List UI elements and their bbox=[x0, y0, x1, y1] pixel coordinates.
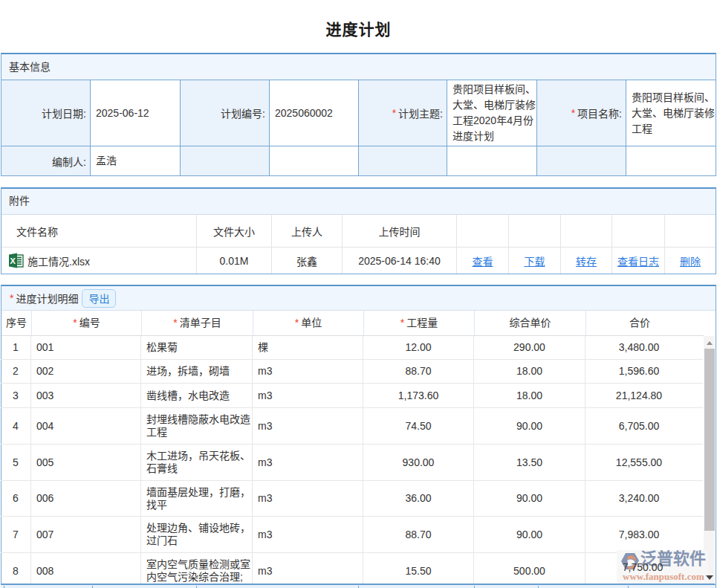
svg-text:X: X bbox=[10, 256, 16, 265]
